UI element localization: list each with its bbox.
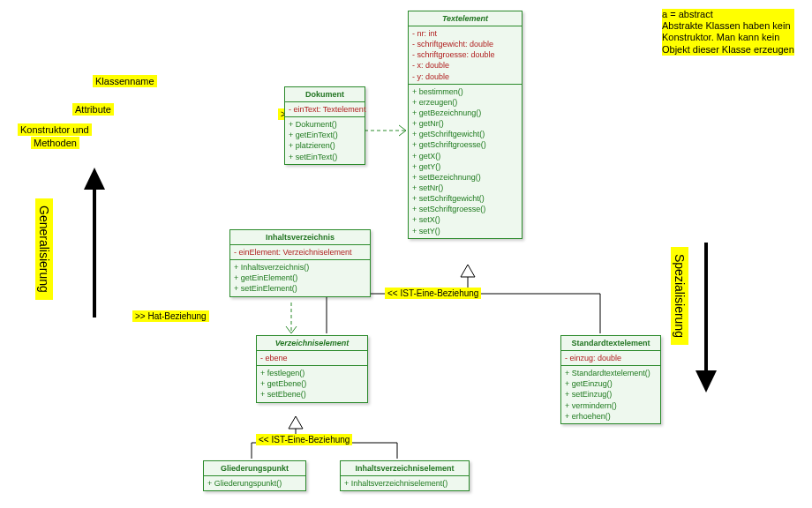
attr: - schriftgroesse: double	[412, 49, 518, 60]
method: + getEinText()	[289, 130, 361, 140]
class-methods: + bestimmen() + erzeugen() + getBezeichn…	[409, 85, 522, 238]
class-methods: + Gliederungspunkt()	[204, 476, 305, 490]
method: + setEinText()	[289, 152, 361, 162]
svg-marker-12	[461, 265, 475, 277]
class-textelement: Textelement - nr: int - schriftgewicht: …	[408, 11, 523, 239]
svg-marker-3	[695, 370, 717, 392]
class-title: Inhaltsverzeichniselement	[341, 461, 469, 476]
class-title: Verzeichniselement	[257, 336, 367, 351]
label-generalisierung: Generalisierung	[35, 198, 53, 300]
class-title: Gliederungspunkt	[204, 461, 305, 476]
class-dokument: Dokument - einText: Textelement + Dokume…	[284, 86, 365, 165]
note-line: Objekt dieser Klasse erzeugen	[662, 44, 794, 56]
class-title: Standardtextelement	[561, 336, 660, 351]
class-attributes: - ebene	[257, 351, 367, 366]
method: + setSchriftgewicht()	[412, 193, 518, 204]
method: + platzieren()	[289, 140, 361, 151]
method: + Standardtextelement()	[565, 368, 657, 378]
method: + setX()	[412, 214, 518, 225]
method: + Inhaltsverzeichniselement()	[344, 478, 465, 489]
method: + getY()	[412, 161, 518, 172]
svg-marker-7	[289, 416, 303, 429]
method: + setBezeichnung()	[412, 172, 518, 183]
label-methoden: Methoden	[31, 137, 79, 149]
method: + setY()	[412, 226, 518, 236]
annot-hat-2: >> Hat-Beziehung	[132, 310, 209, 322]
label-spezialisierung: Spezialisierung	[671, 247, 688, 345]
class-inhaltsverzeichnis: Inhaltsverzeichnis - einElement: Verzeic…	[229, 229, 371, 297]
attr: - schriftgewicht: double	[412, 39, 518, 49]
note-line: a = abstract	[662, 9, 794, 20]
method: + getNr()	[412, 118, 518, 129]
method: + Gliederungspunkt()	[207, 478, 302, 489]
class-title: Dokument	[285, 87, 365, 102]
method: + bestimmen()	[412, 86, 518, 97]
method: + getSchriftgroesse()	[412, 139, 518, 150]
class-title: Textelement	[409, 11, 522, 26]
method: + setSchriftgroesse()	[412, 204, 518, 214]
note-line: Abstrakte Klassen haben kein	[662, 20, 794, 32]
note-line: Konstruktor. Man kann kein	[662, 32, 794, 43]
attr: - einzug: double	[565, 353, 657, 363]
method: + Inhaltsverzeichnis()	[234, 262, 366, 273]
attr: - x: double	[412, 60, 518, 71]
label-klassenname: Klassenname	[93, 75, 157, 87]
method: + setEbene()	[260, 389, 364, 400]
class-inhaltsverzeichniselement: Inhaltsverzeichniselement + Inhaltsverze…	[340, 460, 470, 491]
method: + getBezeichnung()	[412, 108, 518, 118]
class-attributes: - nr: int - schriftgewicht: double - sch…	[409, 26, 522, 85]
method: + getEinzug()	[565, 378, 657, 389]
class-methods: + Inhaltsverzeichniselement()	[341, 476, 469, 490]
attr: - nr: int	[412, 28, 518, 39]
class-methods: + Dokument() + getEinText() + platzieren…	[285, 117, 365, 164]
attr: - einText: Textelement	[289, 104, 361, 115]
class-attributes: - einText: Textelement	[285, 102, 365, 117]
class-methods: + festlegen() + getEbene() + setEbene()	[257, 366, 367, 401]
class-verzeichniselement: Verzeichniselement - ebene + festlegen()…	[256, 335, 368, 403]
method: + getX()	[412, 151, 518, 161]
method: + setEinElement()	[234, 283, 366, 294]
method: + vermindern()	[565, 400, 657, 411]
attr: - einElement: Verzeichniselement	[234, 247, 366, 258]
abstract-note: a = abstract Abstrakte Klassen haben kei…	[662, 9, 794, 56]
method: + festlegen()	[260, 368, 364, 378]
annot-ist-2: << IST-Eine-Beziehung	[256, 434, 352, 445]
method: + getSchriftgewicht()	[412, 129, 518, 139]
method: + getEinElement()	[234, 273, 366, 283]
diagram-stage: Klassenname Attribute Konstruktor und Me…	[0, 0, 812, 508]
method: + Dokument()	[289, 119, 361, 130]
annot-ist-1: << IST-Eine-Beziehung	[385, 288, 481, 299]
class-title: Inhaltsverzeichnis	[230, 230, 370, 245]
attr: - y: double	[412, 71, 518, 82]
label-attribute: Attribute	[72, 103, 114, 116]
class-attributes: - einElement: Verzeichniselement	[230, 245, 370, 260]
attr: - ebene	[260, 353, 364, 363]
class-gliederungspunkt: Gliederungspunkt + Gliederungspunkt()	[203, 460, 306, 491]
svg-marker-1	[84, 168, 105, 190]
method: + setEinzug()	[565, 389, 657, 400]
method: + getEbene()	[260, 378, 364, 389]
label-konstruktor: Konstruktor und	[18, 123, 92, 136]
method: + setNr()	[412, 183, 518, 193]
class-methods: + Inhaltsverzeichnis() + getEinElement()…	[230, 260, 370, 295]
class-standardtextelement: Standardtextelement - einzug: double + S…	[560, 335, 661, 424]
method: + erhoehen()	[565, 411, 657, 422]
class-methods: + Standardtextelement() + getEinzug() + …	[561, 366, 660, 423]
class-attributes: - einzug: double	[561, 351, 660, 366]
method: + erzeugen()	[412, 97, 518, 108]
